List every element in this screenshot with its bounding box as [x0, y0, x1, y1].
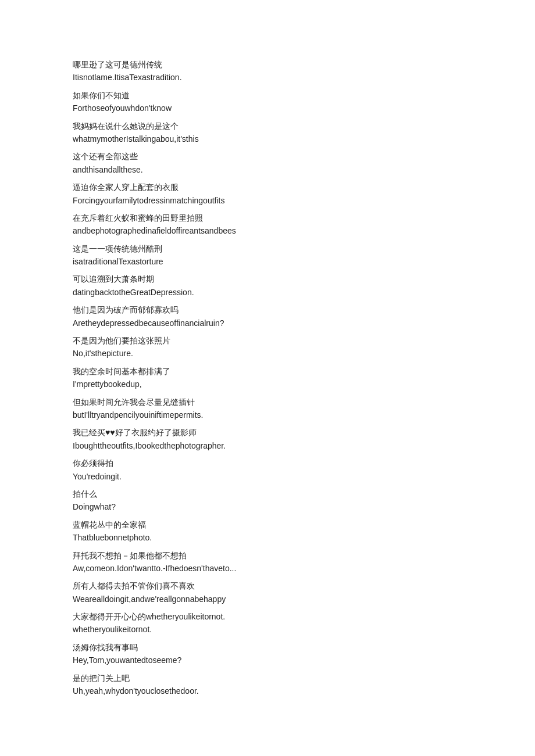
line-english: Iboughttheoutfits,Ibookedthephotographer… [73, 439, 462, 452]
line-pair: 在充斥着红火蚁和蜜蜂的田野里拍照andbephotographedinafiel… [73, 212, 462, 238]
line-pair: 我妈妈在说什么她说的是这个whatmymotherIstalkingabou,i… [73, 120, 462, 146]
line-chinese: 我的空余时间基本都排满了 [73, 365, 462, 378]
line-english: Aretheydepressedbecauseoffinancialruin? [73, 317, 462, 329]
line-pair: 他们是因为破产而郁郁寡欢吗Aretheydepressedbecauseoffi… [73, 303, 462, 329]
line-pair: 蓝帽花丛中的全家福Thatbluebonnetphoto. [73, 518, 462, 544]
line-english: Hey,Tom,youwantedtoseeme? [73, 654, 462, 667]
line-pair: 拍什么Doingwhat? [73, 488, 462, 514]
line-english: butI'lltryandpencilyouiniftimepermits. [73, 409, 462, 421]
line-pair: 我的空余时间基本都排满了I'mprettybookedup, [73, 365, 462, 391]
line-chinese: 大家都得开开心心的whetheryoulikeitornot. [73, 610, 462, 623]
line-pair: 不是因为他们要拍这张照片No,it'sthepicture. [73, 334, 462, 360]
line-chinese: 你必须得拍 [73, 457, 462, 470]
line-chinese: 蓝帽花丛中的全家福 [73, 518, 462, 531]
line-chinese: 可以追溯到大萧条时期 [73, 273, 462, 285]
line-pair: 我已经买♥♥好了衣服约好了摄影师Iboughttheoutfits,Ibooke… [73, 426, 462, 452]
line-chinese: 这是一一项传统德州酷刑 [73, 242, 462, 255]
line-english: Thatbluebonnetphoto. [73, 531, 462, 544]
line-pair: 这是一一项传统德州酷刑isatraditionalTexastorture [73, 242, 462, 268]
line-chinese: 如果你们不知道 [73, 89, 462, 102]
line-pair: 是的把门关上吧Uh,yeah,whydon'tyouclosethedoor. [73, 672, 462, 698]
line-chinese: 逼迫你全家人穿上配套的衣服 [73, 181, 462, 194]
line-pair: 可以追溯到大萧条时期datingbacktotheGreatDepression… [73, 273, 462, 299]
line-chinese: 他们是因为破产而郁郁寡欢吗 [73, 303, 462, 316]
line-pair: 如果你们不知道Forthoseofyouwhdon'tknow [73, 89, 462, 115]
line-english: No,it'sthepicture. [73, 347, 462, 360]
line-pair: 大家都得开开心心的whetheryoulikeitornot.whetheryo… [73, 610, 462, 636]
line-english: Aw,comeon.Idon'twantto.-Ifhedoesn'thavet… [73, 562, 462, 575]
line-chinese: 是的把门关上吧 [73, 672, 462, 685]
line-english: Uh,yeah,whydon'tyouclosethedoor. [73, 685, 462, 697]
line-pair: 但如果时间允许我会尽量见缝插针butI'lltryandpencilyouini… [73, 396, 462, 422]
line-chinese: 汤姆你找我有事吗 [73, 641, 462, 654]
line-chinese: 所有人都得去拍不管你们喜不喜欢 [73, 579, 462, 592]
line-pair: 拜托我不想拍－如果他都不想拍Aw,comeon.Idon'twantto.-If… [73, 549, 462, 575]
line-chinese: 拜托我不想拍－如果他都不想拍 [73, 549, 462, 562]
line-pair: 哪里逊了这可是德州传统Itisnotlame.ItisaTexastraditi… [73, 58, 462, 84]
content-container: 哪里逊了这可是德州传统Itisnotlame.ItisaTexastraditi… [73, 58, 462, 697]
line-english: I'mprettybookedup, [73, 378, 462, 390]
line-pair: 你必须得拍You'redoingit. [73, 457, 462, 483]
line-chinese: 哪里逊了这可是德州传统 [73, 58, 462, 71]
line-english: datingbacktotheGreatDepression. [73, 286, 462, 299]
line-english: Wearealldoingit,andwe'reallgonnabehappy [73, 593, 462, 605]
line-english: Doingwhat? [73, 500, 462, 513]
line-chinese: 我妈妈在说什么她说的是这个 [73, 120, 462, 132]
line-pair: 汤姆你找我有事吗Hey,Tom,youwantedtoseeme? [73, 641, 462, 667]
line-english: Forcingyourfamilytodressinmatchingoutfit… [73, 194, 462, 207]
line-english: whetheryoulikeitornot. [73, 623, 462, 636]
line-pair: 逼迫你全家人穿上配套的衣服Forcingyourfamilytodressinm… [73, 181, 462, 207]
line-pair: 这个还有全部这些andthisandallthese. [73, 150, 462, 176]
line-english: Forthoseofyouwhdon'tknow [73, 102, 462, 114]
line-chinese: 我已经买♥♥好了衣服约好了摄影师 [73, 426, 462, 439]
line-english: You'redoingit. [73, 470, 462, 483]
line-chinese: 拍什么 [73, 488, 462, 500]
line-english: isatraditionalTexastorture [73, 255, 462, 268]
line-chinese: 在充斥着红火蚁和蜜蜂的田野里拍照 [73, 212, 462, 224]
line-pair: 所有人都得去拍不管你们喜不喜欢Wearealldoingit,andwe'rea… [73, 579, 462, 605]
line-english: andbephotographedinafieldoffireantsandbe… [73, 224, 462, 237]
line-chinese: 不是因为他们要拍这张照片 [73, 334, 462, 347]
line-chinese: 这个还有全部这些 [73, 150, 462, 163]
line-english: Itisnotlame.ItisaTexastradition. [73, 71, 462, 84]
line-english: whatmymotherIstalkingabou,it'sthis [73, 132, 462, 145]
line-english: andthisandallthese. [73, 163, 462, 176]
line-chinese: 但如果时间允许我会尽量见缝插针 [73, 396, 462, 409]
